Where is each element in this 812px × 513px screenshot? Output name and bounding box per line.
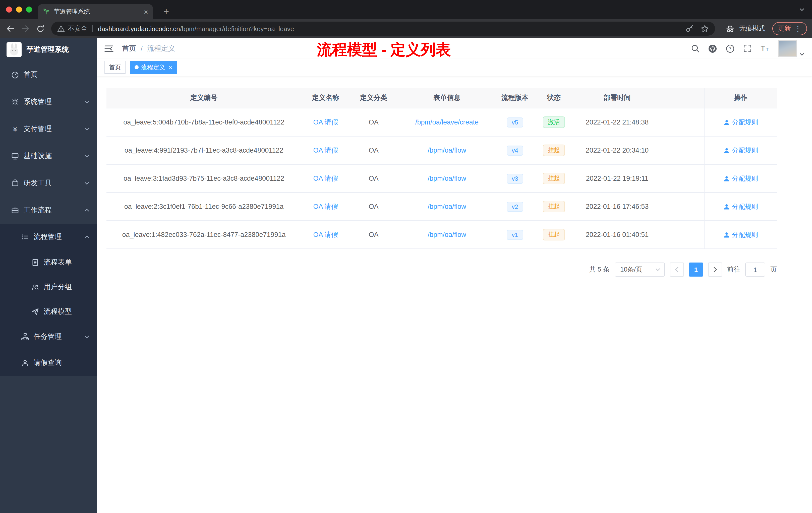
assign-rule-label: 分配规则 — [732, 230, 758, 239]
next-page-button[interactable] — [708, 263, 722, 277]
key-icon[interactable] — [686, 25, 694, 33]
version-badge: v1 — [507, 230, 523, 240]
url-bar[interactable]: 不安全 dashboard.yudao.iocoder.cn /bpm/mana… — [51, 22, 715, 36]
prev-page-button[interactable] — [670, 263, 684, 277]
monitor-icon — [11, 152, 19, 160]
tab-close-icon[interactable]: × — [144, 8, 148, 15]
cell-definition-id: oa_leave:1:482ec033-762a-11ec-8477-a2380… — [107, 221, 301, 248]
users-icon — [31, 283, 39, 291]
window-controls — [6, 6, 32, 12]
form-info-link[interactable]: /bpm/oa/flow — [428, 231, 466, 238]
version-badge: v5 — [507, 117, 523, 127]
chevron-down-icon — [84, 334, 90, 340]
status-badge: 挂起 — [543, 229, 565, 240]
column-header: 定义分类 — [350, 88, 397, 108]
assign-rule-button[interactable]: 分配规则 — [723, 230, 758, 239]
assign-rule-button[interactable]: 分配规则 — [723, 118, 758, 127]
sidebar-item-leave-query[interactable]: 请假查询 — [0, 350, 97, 376]
sidebar-item-payment-management[interactable]: ¥ 支付管理 — [0, 116, 97, 143]
definition-name-link[interactable]: OA 请假 — [313, 174, 338, 183]
warning-icon — [57, 25, 65, 32]
document-icon — [31, 258, 39, 266]
font-size-icon[interactable]: TT — [760, 44, 770, 53]
table-row: oa_leave:5:004b710b-7b8a-11ec-8ef0-acde4… — [107, 109, 777, 137]
dashboard-icon — [11, 71, 19, 79]
bookmark-star-icon[interactable] — [700, 24, 709, 33]
assign-rule-label: 分配规则 — [732, 174, 758, 183]
hamburger-icon[interactable] — [105, 44, 114, 53]
sidebar-item-dev-tools[interactable]: 研发工具 — [0, 170, 97, 197]
sidebar-item-workflow[interactable]: 工作流程 — [0, 197, 97, 224]
chevron-down-icon — [655, 267, 660, 272]
current-page-button[interactable]: 1 — [689, 263, 703, 277]
kebab-menu-icon[interactable]: ⋮ — [794, 25, 802, 32]
new-tab-button[interactable]: + — [160, 4, 173, 18]
chevron-down-icon — [84, 99, 90, 105]
forward-button[interactable] — [18, 22, 32, 36]
search-icon[interactable] — [691, 44, 699, 53]
svg-text:T: T — [765, 47, 769, 52]
definition-table: 定义编号 定义名称 定义分类 表单信息 流程版本 状态 部署时间 操作 oa_l… — [107, 88, 777, 249]
sidebar-item-process-management[interactable]: 流程管理 — [0, 224, 97, 250]
assign-rule-button[interactable]: 分配规则 — [723, 202, 758, 211]
avatar[interactable] — [778, 40, 797, 57]
sidebar-item-home[interactable]: 首页 — [0, 61, 97, 88]
version-badge: v4 — [507, 145, 523, 155]
tree-icon — [21, 333, 29, 341]
form-info-link[interactable]: /bpm/oa/flow — [428, 203, 466, 210]
sidebar-item-label: 用户分组 — [44, 282, 72, 292]
assign-rule-button[interactable]: 分配规则 — [723, 174, 758, 183]
cell-deploy-time: 2022-01-16 17:46:53 — [575, 193, 660, 220]
sidebar-item-label: 研发工具 — [24, 179, 52, 188]
sidebar-item-process-model[interactable]: 流程模型 — [0, 299, 97, 324]
browser-toolbar: 不安全 dashboard.yudao.iocoder.cn /bpm/mana… — [0, 19, 812, 38]
update-button[interactable]: 更新 ⋮ — [772, 22, 807, 35]
definition-name-link[interactable]: OA 请假 — [313, 202, 338, 211]
table-row: oa_leave:3:1fad3d93-7b75-11ec-a3c8-acde4… — [107, 164, 777, 193]
sidebar-item-infrastructure[interactable]: 基础设施 — [0, 143, 97, 170]
page-size-value: 10条/页 — [620, 265, 642, 274]
sidebar-item-task-management[interactable]: 任务管理 — [0, 324, 97, 350]
github-icon[interactable] — [708, 44, 717, 53]
table-row: oa_leave:1:482ec033-762a-11ec-8477-a2380… — [107, 221, 777, 249]
tag-process-definition[interactable]: 流程定义 × — [130, 61, 177, 74]
form-info-link[interactable]: /bpm/oa/flow — [428, 175, 466, 182]
sidebar-item-process-form[interactable]: 流程表单 — [0, 250, 97, 275]
fullscreen-icon[interactable] — [743, 44, 752, 53]
cell-deploy-time: 2022-01-16 01:40:51 — [575, 221, 660, 248]
sidebar-item-user-groups[interactable]: 用户分组 — [0, 275, 97, 299]
sidebar-item-label: 任务管理 — [34, 332, 62, 341]
security-label[interactable]: 不安全 — [68, 24, 87, 33]
app-logo-row[interactable]: 芋道管理系统 — [0, 38, 97, 61]
assign-rule-label: 分配规则 — [732, 146, 758, 155]
breadcrumb-home[interactable]: 首页 — [122, 44, 136, 53]
url-path: /bpm/manager/definition?key=oa_leave — [180, 25, 294, 32]
tag-home[interactable]: 首页 — [105, 61, 125, 74]
sidebar-item-system-management[interactable]: 系统管理 — [0, 88, 97, 116]
page-size-select[interactable]: 10条/页 — [615, 263, 665, 277]
form-info-link[interactable]: /bpm/oa/flow — [428, 147, 466, 154]
tag-close-icon[interactable]: × — [169, 64, 173, 70]
user-menu[interactable] — [778, 40, 805, 57]
definition-name-link[interactable]: OA 请假 — [313, 118, 338, 127]
assign-rule-button[interactable]: 分配规则 — [723, 146, 758, 155]
sidebar-item-label: 支付管理 — [24, 124, 52, 133]
close-window-button[interactable] — [6, 6, 12, 12]
definition-name-link[interactable]: OA 请假 — [313, 146, 338, 155]
tags-view-bar: 首页 流程定义 × — [97, 59, 812, 76]
maximize-window-button[interactable] — [26, 6, 32, 12]
cell-category: OA — [350, 109, 397, 136]
goto-page-input[interactable] — [745, 263, 765, 277]
column-header: 流程版本 — [497, 88, 533, 108]
back-button[interactable] — [3, 22, 17, 36]
sidebar-item-label: 系统管理 — [24, 97, 52, 107]
help-icon[interactable]: ? — [726, 44, 735, 53]
pagination-total: 共 5 条 — [589, 265, 610, 274]
minimize-window-button[interactable] — [16, 6, 22, 12]
cell-category: OA — [350, 193, 397, 220]
form-info-link[interactable]: /bpm/oa/leave/create — [415, 118, 478, 126]
reload-button[interactable] — [33, 22, 47, 36]
browser-tab[interactable]: 芋道管理系统 × — [38, 4, 153, 19]
tab-search-chevron-icon[interactable] — [799, 6, 805, 12]
definition-name-link[interactable]: OA 请假 — [313, 230, 338, 239]
